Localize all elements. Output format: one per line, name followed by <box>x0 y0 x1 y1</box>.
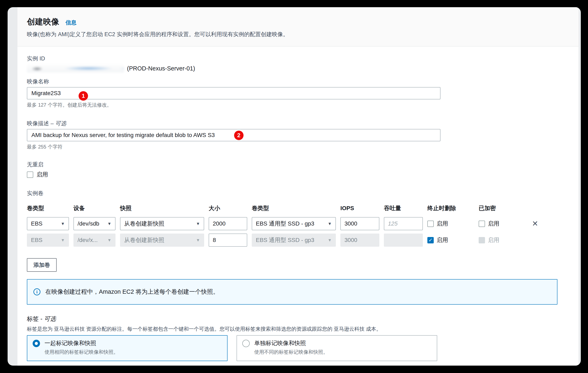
col-size: 大小 <box>209 204 247 212</box>
panel-header: 创建映像 信息 映像(也称为 AMI)定义了您启动 EC2 实例时将会应用的程序… <box>17 7 578 47</box>
page-description: 映像(也称为 AMI)定义了您启动 EC2 实例时将会应用的程序和设置。您可以利… <box>27 31 569 38</box>
redacted-instance-id <box>27 64 124 73</box>
image-description-helper: 最多 255 个字符 <box>27 143 569 150</box>
image-name-input[interactable] <box>27 87 441 99</box>
caret-down-icon: ▼ <box>328 221 332 226</box>
volume-row-1: EBS▼ /dev/sdb▼ 从卷创建新快照▼ EBS 通用型 SSD - gp… <box>27 217 569 230</box>
radio-selected-icon[interactable] <box>33 340 40 347</box>
caret-down-icon: ▼ <box>196 221 200 226</box>
caret-down-icon: ▼ <box>196 238 200 242</box>
tag-together-option[interactable]: 一起标记映像和快照 使用相同的标签标记映像和快照。 <box>27 335 228 361</box>
page-title: 创建映像 <box>27 16 59 27</box>
remove-volume-icon[interactable]: ✕ <box>532 220 541 227</box>
size-input-root[interactable] <box>209 233 247 247</box>
tag-mode-options: 一起标记映像和快照 使用相同的标签标记映像和快照。 单独标记映像和快照 使用不同… <box>27 335 569 361</box>
tags-description: 标签是您为 亚马逊云科技 资源分配的标注。每一个标签都包含一个键和一个可选值。您… <box>27 326 569 332</box>
volume-type-select-disabled: EBS▼ <box>27 233 69 247</box>
dialog-frame: 创建映像 信息 映像(也称为 AMI)定义了您启动 EC2 实例时将会应用的程序… <box>8 7 581 366</box>
col-encrypted: 已加密 <box>479 204 527 212</box>
caret-down-icon: ▼ <box>61 238 65 242</box>
tag-separately-title: 单独标记映像和快照 <box>254 339 328 347</box>
instance-name-suffix: (PROD-Nexus-Server-01) <box>127 65 195 72</box>
iops-input[interactable] <box>340 217 379 230</box>
volume-type-select[interactable]: EBS▼ <box>27 217 69 230</box>
info-icon: i <box>33 288 41 295</box>
encrypted-label: 启用 <box>488 220 499 228</box>
col-device: 设备 <box>74 204 116 212</box>
tags-label: 标签 - 可选 <box>27 315 569 323</box>
tag-together-title: 一起标记映像和快照 <box>44 339 118 347</box>
check-icon: ✓ <box>428 238 432 242</box>
throughput-input[interactable] <box>384 217 423 230</box>
image-description-input[interactable] <box>27 129 441 141</box>
throughput-input-disabled <box>384 233 423 247</box>
device-select-disabled: /dev/x...▼ <box>74 233 116 247</box>
info-alert-text: 在映像创建过程中，Amazon EC2 将为上述每个卷创建一个快照。 <box>45 288 219 296</box>
instance-volumes-label: 实例卷 <box>27 190 569 197</box>
radio-unselected-icon[interactable] <box>242 340 250 347</box>
encrypted-checkbox-disabled <box>479 237 485 243</box>
tag-together-description: 使用相同的标签标记映像和快照。 <box>44 349 118 355</box>
panel-body: 实例 ID (PROD-Nexus-Server-01) 映像名称 1 最多 1… <box>17 47 578 366</box>
col-snapshot: 快照 <box>120 204 204 212</box>
encrypted-label-disabled: 启用 <box>488 236 499 244</box>
image-description-label: 映像描述 – 可选 <box>27 120 569 127</box>
tag-separately-option[interactable]: 单独标记映像和快照 使用不同的标签标记映像和快照。 <box>237 335 437 361</box>
snapshot-select-disabled: 从卷创建新快照▼ <box>120 233 204 247</box>
delete-on-termination-label: 启用 <box>437 236 448 244</box>
caret-down-icon: ▼ <box>61 221 65 226</box>
caret-down-icon: ▼ <box>328 238 332 242</box>
create-image-panel: 创建映像 信息 映像(也称为 AMI)定义了您启动 EC2 实例时将会应用的程序… <box>17 7 578 366</box>
ebs-type-select-disabled: EBS 通用型 SSD - gp3▼ <box>252 233 336 247</box>
delete-on-termination-label: 启用 <box>437 220 448 228</box>
annotation-badge-1: 1 <box>79 91 88 101</box>
snapshot-select[interactable]: 从卷创建新快照▼ <box>120 217 204 230</box>
volumes-table-header: 卷类型 设备 快照 大小 卷类型 IOPS 吞吐量 终止时删除 已加密 <box>27 204 569 212</box>
col-throughput: 吞吐量 <box>384 204 423 212</box>
no-reboot-checkbox-label: 启用 <box>37 171 48 178</box>
col-iops: IOPS <box>340 205 379 212</box>
caret-down-icon: ▼ <box>107 238 111 242</box>
annotation-badge-2: 2 <box>234 131 243 140</box>
ebs-type-select[interactable]: EBS 通用型 SSD - gp3▼ <box>252 217 336 230</box>
caret-down-icon: ▼ <box>107 221 111 226</box>
add-volume-button[interactable]: 添加卷 <box>27 258 57 272</box>
no-reboot-label: 无重启 <box>27 161 569 168</box>
device-select[interactable]: /dev/sdb▼ <box>74 217 116 230</box>
iops-input-disabled <box>340 233 379 247</box>
tag-separately-description: 使用不同的标签标记映像和快照。 <box>254 349 328 355</box>
no-reboot-checkbox[interactable] <box>27 172 33 178</box>
delete-on-termination-checkbox[interactable] <box>427 220 434 227</box>
instance-id-label: 实例 ID <box>27 55 569 62</box>
col-delete-on-termination: 终止时删除 <box>427 204 474 212</box>
image-name-helper: 最多 127 个字符。创建后将无法修改。 <box>27 102 569 108</box>
encrypted-checkbox[interactable] <box>479 220 485 227</box>
volume-row-2: EBS▼ /dev/x...▼ 从卷创建新快照▼ EBS 通用型 SSD - g… <box>27 233 569 247</box>
size-input[interactable] <box>209 217 247 230</box>
col-ebs-type: 卷类型 <box>252 204 336 212</box>
image-name-label: 映像名称 <box>27 78 569 85</box>
delete-on-termination-checkbox-checked[interactable]: ✓ <box>427 237 434 243</box>
info-link[interactable]: 信息 <box>65 19 76 26</box>
col-volume-type: 卷类型 <box>27 204 69 212</box>
info-alert: i 在映像创建过程中，Amazon EC2 将为上述每个卷创建一个快照。 <box>27 279 557 305</box>
